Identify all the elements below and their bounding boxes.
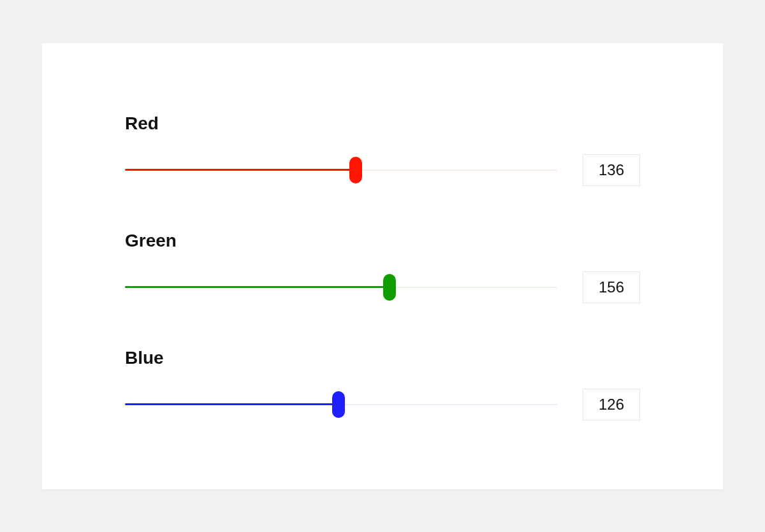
slider-group-blue: Blue — [125, 348, 640, 421]
red-track-fill — [125, 169, 356, 171]
slider-label-red: Red — [125, 113, 640, 134]
slider-label-blue: Blue — [125, 348, 640, 368]
blue-track-fill — [125, 403, 339, 405]
green-slider-thumb[interactable] — [383, 274, 396, 301]
blue-value-input[interactable] — [583, 389, 640, 421]
red-slider-thumb[interactable] — [349, 157, 362, 183]
slider-row-blue — [125, 389, 640, 421]
green-slider[interactable] — [125, 274, 557, 301]
color-sliders-panel: Red Green Blue — [42, 43, 723, 489]
slider-row-red — [125, 154, 640, 186]
red-value-input[interactable] — [583, 154, 640, 186]
green-value-input[interactable] — [583, 271, 640, 303]
green-track-fill — [125, 286, 390, 288]
slider-group-red: Red — [125, 113, 640, 186]
slider-row-green — [125, 271, 640, 303]
slider-group-green: Green — [125, 231, 640, 303]
red-slider[interactable] — [125, 157, 557, 183]
slider-label-green: Green — [125, 231, 640, 251]
blue-slider[interactable] — [125, 391, 557, 418]
blue-slider-thumb[interactable] — [332, 391, 345, 418]
